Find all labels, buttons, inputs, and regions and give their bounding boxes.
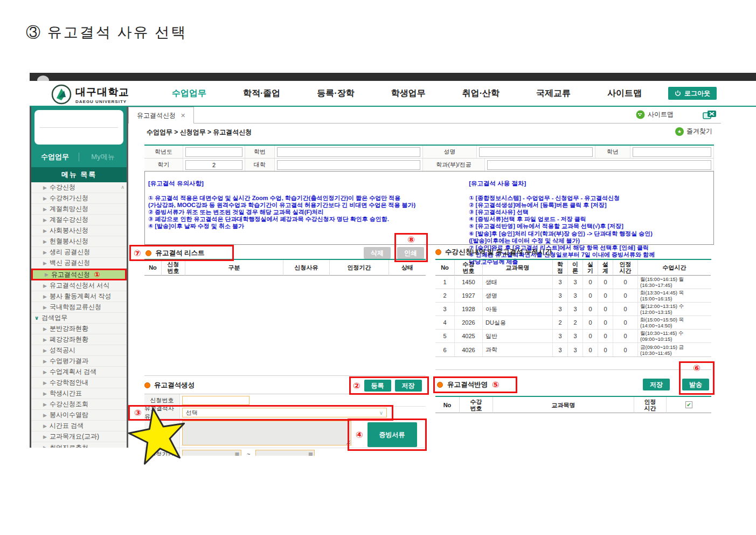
sidebar-tab-lecture[interactable]: 수업업무 (31, 152, 79, 162)
sidebar-item[interactable]: ▶헌혈봉사신청 (31, 236, 127, 247)
sidebar-item[interactable]: ▶백신 공결신청 (31, 258, 127, 269)
sidebar-tabs: 수업업무 My메뉴 (31, 149, 127, 165)
enrollment-column-header: 이 론 (568, 260, 583, 276)
reason-textarea[interactable] (182, 421, 351, 445)
tab-close-icon[interactable]: ✕ (181, 112, 185, 119)
app-window: 대구대학교 DAEGU UNIVERSITY 수업업무학적·졸업등록·장학학생업… (30, 73, 756, 456)
sidebar-item[interactable]: ▶계절희망신청 (31, 204, 127, 215)
enrollment-table: No수강 번호교과목명학 점이 론실 기설 계인정 시간수업시간11450생태3… (435, 259, 711, 357)
enrollment-cell: 3 (568, 276, 583, 289)
section-bullet-icon (437, 382, 443, 388)
sidebar-item[interactable]: ▶폐강강좌현황 (31, 334, 127, 345)
sidebar-item[interactable]: ▶유고결석신청① (31, 269, 127, 280)
enrollment-cell: 아동 (483, 303, 553, 315)
sidebar-item[interactable]: ▶수강신청 (31, 182, 127, 193)
sidebar-item[interactable]: ▶생리 공결신청 (31, 247, 127, 258)
browser-topbar (30, 73, 756, 81)
annotation-box-8: ⑧ (394, 233, 428, 262)
sidebar-item[interactable]: ▶성적공시 (31, 345, 127, 356)
sidebar-item[interactable]: ▶수업계획서 검색 (31, 367, 127, 378)
nav-item-4[interactable]: 학생업무 (391, 88, 426, 99)
notice-line: (가상강좌, MOOC강좌 등 원격수업과 학습기간이 유고결석 허용기간보다 … (148, 202, 464, 209)
sitemap-link[interactable]: 사이트맵 (636, 110, 674, 119)
enrollment-row[interactable]: 31928아동33000월(12:00~13:15) 수(12:00~13:15… (435, 303, 711, 316)
reflection-save-button[interactable]: 저장 (643, 379, 670, 390)
enrollment-row[interactable]: 21927생명33000화(13:30~14:45) 목(15:00~16:15… (435, 289, 711, 303)
nav-item-6[interactable]: 국제교류 (536, 88, 571, 99)
sidebar-item[interactable]: ▶시간표 검색 (31, 421, 127, 431)
reflection-table: No수강 번호교과목명인정 시간✔ (435, 396, 711, 413)
sidebar-item[interactable]: ▶유고결석신청서 서식 (31, 280, 127, 291)
annotation-4: ④ (356, 430, 363, 440)
row2-input-1[interactable] (277, 160, 420, 170)
notice-right: [유고결석 사용 절차] ① [종합정보시스템] - 수업업무 - 신청업무 -… (469, 173, 710, 243)
annotation-box-2: ② 등록 저장 (349, 376, 429, 395)
tab-absence-application[interactable]: 유고결석신청 ✕ (128, 107, 194, 124)
tab-label: 유고결석신청 (137, 111, 176, 120)
sidebar-item-label: 수강신청조회 (50, 400, 88, 409)
sidebar-item[interactable]: ▶사회봉사신청 (31, 225, 127, 236)
enrollment-row[interactable]: 11450생태33000월(15:00~16:15) 월(16:30~17:45… (435, 276, 711, 289)
sidebar-item[interactable]: ▶수강신청조회 (31, 399, 127, 410)
row1-input-2[interactable] (479, 147, 593, 157)
nav-item-7[interactable]: 사이트맵 (607, 88, 642, 99)
row1-input-3[interactable] (633, 147, 711, 157)
right-section-divider (435, 369, 711, 370)
enrollment-row[interactable]: 54025일반33000월(10:30~11:45) 수(09:00~10:15… (435, 330, 711, 343)
logout-button[interactable]: 로그아웃 (668, 87, 717, 100)
window-close-icon[interactable] (703, 110, 717, 122)
sidebar-section-search[interactable]: ∨검색업무 (31, 313, 127, 324)
portal-header: 대구대학교 DAEGU UNIVERSITY 수업업무학적·졸업등록·장학학생업… (30, 81, 756, 107)
sidebar-item[interactable]: ▶수업평가결과 (31, 356, 127, 367)
notice-line: ⑤ [유고결석반영] 메뉴에서 적용할 교과목 선택(√)후 [저장] (469, 223, 710, 230)
sidebar-item-label: 수업평가결과 (50, 356, 88, 366)
triangle-icon: ▶ (43, 391, 47, 396)
row2-input-2[interactable] (487, 160, 711, 170)
nav-item-2[interactable]: 학적·졸업 (243, 88, 280, 99)
sidebar-item-label: 교과목개요(교과) (50, 432, 99, 441)
reflection-column-header: 교과목명 (493, 397, 634, 413)
triangle-icon: ▶ (45, 272, 48, 277)
save-button[interactable]: 저장 (395, 380, 422, 392)
sidebar-tab-mymenu[interactable]: My메뉴 (79, 152, 127, 162)
sidebar-item[interactable]: ▶교과목개요(교과) (31, 431, 127, 442)
university-logo[interactable]: 대구대학교 DAEGU UNIVERSITY (51, 84, 129, 105)
apply-no-input[interactable] (182, 396, 249, 405)
sidebar-item[interactable]: ▶봉사이수열람 (31, 410, 127, 421)
sidebar-item[interactable]: ▶수강허가신청 (31, 193, 127, 204)
favorite-link[interactable]: ★ 즐겨찾기 (675, 127, 712, 136)
sidebar-item-label: 취업진로추천 (50, 443, 88, 448)
nav-item-3[interactable]: 등록·장학 (317, 88, 354, 99)
enrollment-row[interactable]: 64026과학33000금(09:00~10:15) 금(10:30~11:45… (435, 343, 711, 356)
select-all-checkbox[interactable]: ✔ (685, 401, 692, 408)
enrollment-cell: 과학 (483, 343, 553, 356)
nav-item-1[interactable]: 수업업무 (172, 88, 206, 99)
period-end-input[interactable]: ▦ (255, 450, 315, 456)
sidebar-item[interactable]: ▶분반강좌현황 (31, 324, 127, 334)
annotation-2: ② (353, 381, 360, 391)
delete-button[interactable]: 삭제 (364, 247, 391, 259)
triangle-icon: ▶ (43, 326, 47, 332)
row2-input-0[interactable] (185, 160, 242, 170)
sidebar-item[interactable]: ▶봉사 활동계획서 작성 (31, 291, 127, 302)
evidence-button[interactable]: 증빙서류 (367, 422, 417, 447)
row1-input-1[interactable] (277, 147, 420, 157)
notice-left-title: [유고결석 유의사항] (148, 180, 464, 187)
sidebar-item[interactable]: ▶수강학점안내 (31, 378, 127, 388)
enrollment-cell: 3 (568, 330, 583, 342)
period-start-input[interactable]: ▦ (182, 450, 241, 456)
row1-input-0[interactable] (185, 147, 242, 157)
field-cell (183, 146, 245, 158)
logo-subtitle: DAEGU UNIVERSITY (75, 99, 129, 104)
nav-item-5[interactable]: 취업·산학 (462, 88, 500, 99)
enrollment-cell: 0 (613, 276, 638, 289)
enrollment-title-row: 수강신청내역 및 유고결석 누적시간 (435, 248, 552, 257)
sidebar-item[interactable]: ▶계절수강신청 (31, 215, 127, 225)
absence-column-header: 신청 번호 (162, 260, 185, 276)
sidebar-item[interactable]: ▶학생시간표 (31, 388, 127, 399)
sidebar-item[interactable]: ▶국내학점교류신청 (31, 302, 127, 313)
register-button[interactable]: 등록 (364, 380, 391, 392)
sidebar-item[interactable]: ▶취업진로추천 (31, 442, 127, 448)
enrollment-cell: 1450 (455, 276, 483, 289)
enrollment-row[interactable]: 42026DU실용22000화(15:00~15:50) 목(14:00~14:… (435, 316, 711, 330)
